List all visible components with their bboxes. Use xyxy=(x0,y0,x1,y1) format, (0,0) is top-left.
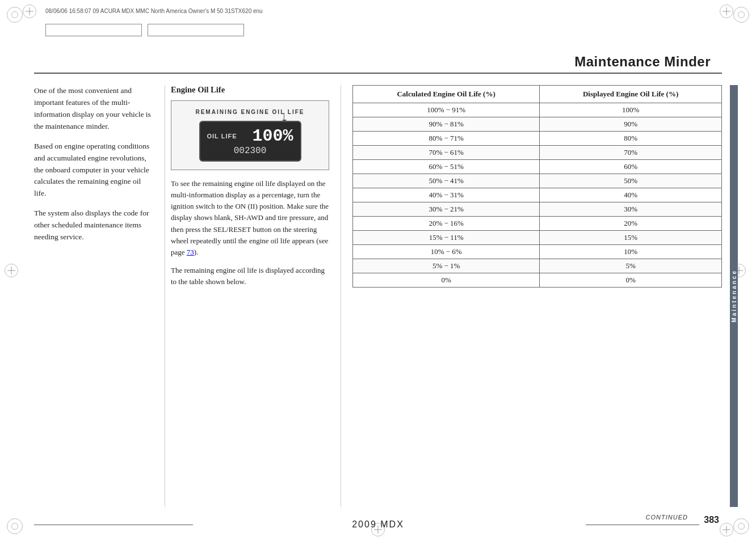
displayed-value: 40% xyxy=(540,188,722,202)
tab-box-right xyxy=(148,24,244,36)
table-row: 70% − 61%70% xyxy=(353,146,722,160)
page-title: Maintenance Minder xyxy=(574,54,711,70)
oil-percentage: 100% xyxy=(252,126,293,146)
oil-display-box: REMAINING ENGINE OIL LIFE OIL LIFE 100% … xyxy=(171,100,329,170)
cluster-display: OIL LIFE 100% 002300 xyxy=(199,121,301,162)
middle-column: Engine Oil Life REMAINING ENGINE OIL LIF… xyxy=(165,85,341,507)
displayed-value: 5% xyxy=(540,259,722,273)
bottom-rule-right xyxy=(586,525,699,525)
displayed-value: 0% xyxy=(540,273,722,288)
middle-paragraph: The remaining engine oil life is display… xyxy=(171,265,329,288)
table-row: 30% − 21%30% xyxy=(353,202,722,217)
col1-header: Calculated Engine Oil Life (%) xyxy=(353,86,540,103)
oil-table: Calculated Engine Oil Life (%) Displayed… xyxy=(352,85,722,288)
table-row: 60% − 51%60% xyxy=(353,160,722,174)
reg-mark-tl xyxy=(7,7,23,23)
engine-oil-title: Engine Oil Life xyxy=(171,85,329,95)
table-row: 100% − 91%100% xyxy=(353,103,722,117)
displayed-value: 10% xyxy=(540,245,722,259)
cross-circ-tr xyxy=(720,5,733,18)
bottom-rule-left xyxy=(34,525,193,525)
calculated-value: 50% − 41% xyxy=(353,174,540,188)
displayed-value: 60% xyxy=(540,160,722,174)
calculated-value: 30% − 21% xyxy=(353,202,540,217)
page-link[interactable]: 73 xyxy=(187,248,194,256)
remaining-label: REMAINING ENGINE OIL LIFE xyxy=(178,109,322,115)
meta-line: 08/06/06 16:58:07 09 ACURA MDX MMC North… xyxy=(45,8,263,14)
calculated-value: 40% − 31% xyxy=(353,188,540,202)
displayed-value: 15% xyxy=(540,231,722,245)
calculated-value: 80% − 71% xyxy=(353,132,540,146)
left-paragraph: Based on engine operating conditions and… xyxy=(34,141,153,200)
left-paragraph: One of the most convenient and important… xyxy=(34,85,153,133)
model-label: 2009 MDX xyxy=(352,519,404,530)
table-row: 20% − 16%20% xyxy=(353,217,722,231)
tab-box-left xyxy=(45,24,142,36)
cross-circ-ml xyxy=(5,264,18,277)
calculated-value: 60% − 51% xyxy=(353,160,540,174)
table-row: 0%0% xyxy=(353,273,722,288)
table-row: 90% − 81%90% xyxy=(353,117,722,132)
calculated-value: 70% − 61% xyxy=(353,146,540,160)
sidebar-maintenance: Maintenance xyxy=(730,85,738,507)
displayed-value: 20% xyxy=(540,217,722,231)
main-content: One of the most convenient and important… xyxy=(34,85,722,507)
calculated-value: 15% − 11% xyxy=(353,231,540,245)
displayed-value: 80% xyxy=(540,132,722,146)
left-paragraph: The system also displays the code for ot… xyxy=(34,208,153,243)
table-row: 5% − 1%5% xyxy=(353,259,722,273)
calculated-value: 10% − 6% xyxy=(353,245,540,259)
continued-text: CONTINUED xyxy=(646,514,688,521)
reg-mark-br xyxy=(733,518,749,534)
title-rule xyxy=(34,73,722,74)
table-row: 40% − 31%40% xyxy=(353,188,722,202)
table-row: 80% − 71%80% xyxy=(353,132,722,146)
reg-mark-tr xyxy=(733,7,749,23)
tab-boxes xyxy=(45,24,244,36)
right-column: Calculated Engine Oil Life (%) Displayed… xyxy=(341,85,722,507)
calculated-value: 100% − 91% xyxy=(353,103,540,117)
displayed-value: 90% xyxy=(540,117,722,132)
left-column: One of the most convenient and important… xyxy=(34,85,165,507)
cross-circ-tl xyxy=(23,5,36,18)
page-number: 383 xyxy=(704,515,719,525)
table-row: 15% − 11%15% xyxy=(353,231,722,245)
middle-paragraph: To see the remaining engine oil life dis… xyxy=(171,178,329,258)
table-row: 10% − 6%10% xyxy=(353,245,722,259)
calculated-value: 90% − 81% xyxy=(353,117,540,132)
sidebar-label: Maintenance xyxy=(731,269,737,323)
displayed-value: 100% xyxy=(540,103,722,117)
table-row: 50% − 41%50% xyxy=(353,174,722,188)
body-text: To see the remaining engine oil life dis… xyxy=(171,178,329,288)
calculated-value: 20% − 16% xyxy=(353,217,540,231)
calculated-value: 0% xyxy=(353,273,540,288)
oil-life-label: OIL LIFE xyxy=(207,133,237,140)
displayed-value: 50% xyxy=(540,174,722,188)
reg-mark-bl xyxy=(7,518,23,534)
oil-number: 002300 xyxy=(207,146,293,156)
cross-circ-br xyxy=(720,523,733,536)
col2-header: Displayed Engine Oil Life (%) xyxy=(540,86,722,103)
displayed-value: 30% xyxy=(540,202,722,217)
displayed-value: 70% xyxy=(540,146,722,160)
calculated-value: 5% − 1% xyxy=(353,259,540,273)
